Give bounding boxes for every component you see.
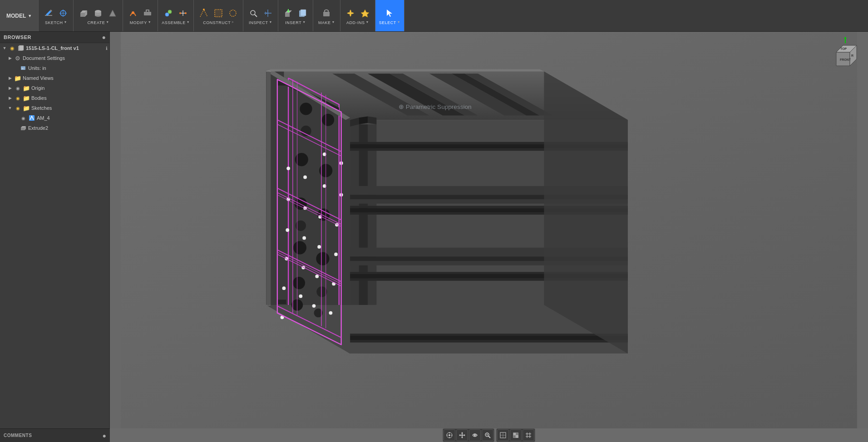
- svg-point-102: [282, 286, 286, 290]
- svg-point-76: [317, 208, 330, 221]
- svg-marker-31: [361, 10, 369, 17]
- am4-label: AM_4: [37, 115, 50, 121]
- modify-icons: [127, 7, 154, 20]
- create-section[interactable]: CREATE ▼: [74, 0, 123, 31]
- units-icon: in: [20, 64, 27, 72]
- construct-icon2: [212, 7, 225, 20]
- viewport-bottom-toolbar: [110, 428, 868, 442]
- sketches-label: Sketches: [31, 105, 52, 111]
- zoom-icon[interactable]: [482, 429, 493, 441]
- addins-section[interactable]: ADD-INS ▼: [340, 0, 375, 31]
- create-icon2: [92, 7, 104, 20]
- svg-text:R: R: [851, 54, 853, 57]
- sketches-arrow: ▼: [7, 105, 13, 111]
- nav-cube-svg: FRONT TOP R: [827, 36, 863, 73]
- units-item[interactable]: ▶ in Units: in: [0, 63, 109, 73]
- extrude2-item[interactable]: ▶ Extrude2: [0, 123, 109, 133]
- svg-marker-141: [844, 37, 847, 39]
- assemble-section[interactable]: ASSEMBLE ▼: [158, 0, 193, 31]
- pan-icon[interactable]: [456, 429, 468, 441]
- browser-close[interactable]: ●: [102, 34, 106, 41]
- extrude2-label: Extrude2: [28, 125, 48, 131]
- sketch-icon2: [57, 7, 69, 20]
- insert-section[interactable]: INSERT ▼: [278, 0, 313, 31]
- svg-point-21: [251, 10, 255, 15]
- inspect-icon2: [261, 7, 274, 20]
- svg-text:TOP: TOP: [840, 47, 847, 50]
- sketch-section[interactable]: SKETCH ▼: [39, 0, 74, 31]
- create-icon3: [106, 7, 119, 20]
- svg-marker-153: [459, 434, 460, 436]
- insert-label: INSERT: [285, 20, 301, 25]
- svg-point-94: [286, 228, 289, 232]
- inspect-section[interactable]: INSPECT ▼: [243, 0, 278, 31]
- assemble-icon1: [162, 7, 175, 20]
- bodies-eye-icon[interactable]: ◉: [14, 94, 21, 102]
- comments-expand-icon[interactable]: ●: [103, 432, 106, 439]
- svg-point-15: [179, 12, 181, 14]
- modify-label: MODIFY: [130, 20, 147, 25]
- origin-item[interactable]: ▶ ◉ 📁 Origin: [0, 83, 109, 93]
- orbit-icon[interactable]: [469, 429, 481, 441]
- shading-icon[interactable]: [510, 429, 522, 441]
- display-mode-icon[interactable]: [497, 429, 509, 441]
- svg-point-150: [449, 434, 450, 436]
- construct-icon1: [197, 7, 210, 20]
- named-views-arrow: ▶: [7, 75, 13, 81]
- model-label: MODEL: [6, 13, 26, 19]
- svg-point-9: [95, 10, 101, 13]
- doc-settings-arrow: ▶: [7, 55, 13, 61]
- svg-point-87: [303, 176, 307, 179]
- modify-section[interactable]: MODIFY ▼: [123, 0, 158, 31]
- sketch-icon: [42, 7, 55, 20]
- display-controls-group: [496, 428, 535, 442]
- svg-rect-19: [215, 10, 222, 17]
- sketches-item[interactable]: ▼ ◉ 📁 Sketches: [0, 103, 109, 113]
- svg-point-13: [168, 10, 172, 14]
- svg-rect-166: [513, 436, 515, 437]
- svg-marker-67: [266, 69, 544, 72]
- sketches-eye-icon[interactable]: ◉: [14, 104, 21, 112]
- root-info-icon[interactable]: ℹ: [106, 46, 108, 51]
- origin-eye-icon[interactable]: ◉: [14, 84, 21, 92]
- svg-point-105: [329, 311, 332, 315]
- svg-point-155: [474, 434, 476, 436]
- svg-point-78: [293, 241, 306, 254]
- svg-rect-23: [285, 13, 290, 17]
- svg-marker-69: [266, 71, 271, 306]
- bodies-item[interactable]: ▶ ◉ 📁 Bodies: [0, 93, 109, 103]
- am4-item[interactable]: ▶ ◉ AM_4: [0, 113, 109, 123]
- svg-point-18: [203, 9, 205, 10]
- model-dropdown[interactable]: MODEL ▼: [0, 0, 39, 31]
- select-icon: [383, 7, 396, 20]
- select-section[interactable]: SELECT ▼: [375, 0, 404, 31]
- root-eye-icon[interactable]: ◉: [9, 44, 16, 52]
- sketches-folder-icon: 📁: [23, 104, 30, 112]
- svg-point-20: [230, 10, 236, 16]
- doc-settings-item[interactable]: ▶ ⚙ Document Settings: [0, 53, 109, 63]
- modify-icon2: [141, 7, 154, 20]
- insert-icon2: [296, 7, 309, 20]
- browser-title: BROWSER: [4, 34, 31, 40]
- tree-root[interactable]: ▼ ◉ 1515-LS-1-CL_front v1 ℹ: [0, 43, 109, 53]
- svg-text:⊕ Parametric Suppression: ⊕ Parametric Suppression: [399, 103, 472, 110]
- svg-point-97: [334, 253, 338, 256]
- svg-point-71: [322, 114, 334, 126]
- origin-folder-icon: 📁: [23, 84, 30, 92]
- svg-marker-134: [350, 340, 628, 343]
- main-viewport[interactable]: ⊕ Parametric Suppression FRONT TOP R: [110, 32, 868, 428]
- assemble-icons: [162, 7, 189, 20]
- construct-section[interactable]: CONSTRUCT >: [194, 0, 243, 31]
- svg-line-157: [488, 436, 490, 438]
- svg-marker-122: [368, 116, 376, 124]
- svg-rect-29: [323, 12, 330, 16]
- home-nav-icon[interactable]: [444, 429, 455, 441]
- named-views-item[interactable]: ▶ 📁 Named Views: [0, 73, 109, 83]
- navigation-cube[interactable]: FRONT TOP R: [827, 36, 863, 73]
- svg-rect-0: [45, 15, 52, 16]
- inspect-label: INSPECT: [249, 20, 268, 25]
- make-section[interactable]: MAKE ▼: [313, 0, 340, 31]
- construct-icons: [197, 7, 239, 20]
- am4-eye-icon[interactable]: ◉: [20, 114, 27, 122]
- grid-icon[interactable]: [523, 429, 534, 441]
